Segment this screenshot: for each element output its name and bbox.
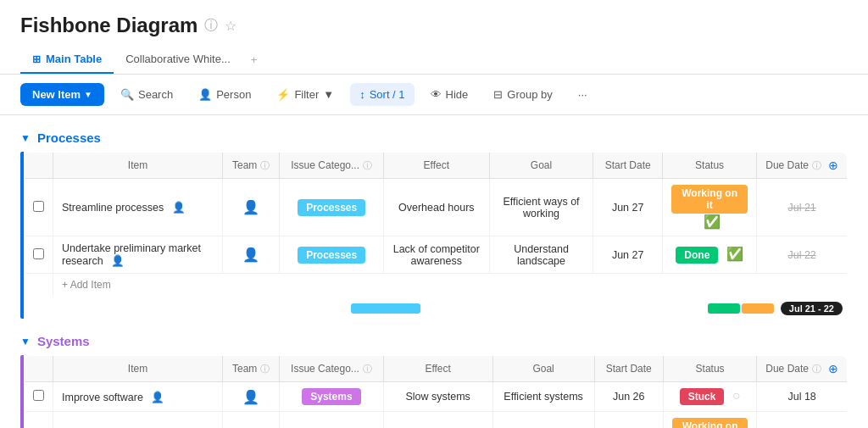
processes-table: Item Team ⓘ Issue Catego... ⓘ Effect xyxy=(24,152,848,297)
dropdown-arrow-icon: ▼ xyxy=(84,90,92,99)
status-cell[interactable]: Stuck ○ xyxy=(663,382,756,412)
tab-icon: ⊞ xyxy=(32,53,41,65)
item-text: Undertake preliminary market research xyxy=(62,242,201,267)
item-name-cell: Upgrade system partners 👤 xyxy=(53,412,223,429)
status-cell[interactable]: Working on it ✅ xyxy=(662,179,756,236)
col-goal-header: Goal xyxy=(492,356,594,382)
ellipsis-icon: ··· xyxy=(578,88,587,101)
table-row: Streamline processes 👤 👤 Processes Overh… xyxy=(25,179,848,236)
team-person-icon[interactable]: 👤 xyxy=(242,247,259,262)
item-text: Streamline processes xyxy=(62,202,164,214)
processes-toggle-icon[interactable]: ▼ xyxy=(20,132,31,144)
group-by-button[interactable]: ⊟ Group by xyxy=(484,83,561,106)
cat-info-icon: ⓘ xyxy=(363,159,372,172)
group-label: Group by xyxy=(507,88,552,101)
tab-main-table[interactable]: ⊞ Main Table xyxy=(20,46,114,74)
effect-cell: Lack of competitor awareness xyxy=(383,236,489,274)
status-cell[interactable]: Done ✅ xyxy=(662,236,756,274)
search-icon: 🔍 xyxy=(120,88,134,101)
table-row: Upgrade system partners 👤 👤 Systems Poor… xyxy=(25,412,848,429)
tab-add[interactable]: + xyxy=(242,47,266,73)
category-cell[interactable]: Processes xyxy=(280,236,384,274)
person-assign-icon[interactable]: 👤 xyxy=(172,202,186,214)
goal-cell: Efficient ways of working xyxy=(489,179,593,236)
person-assign-icon[interactable]: 👤 xyxy=(151,392,164,403)
status-badge: Working on it xyxy=(671,185,748,214)
new-item-button[interactable]: New Item ▼ xyxy=(20,83,104,106)
team-info-icon: ⓘ xyxy=(260,159,270,172)
check-icon[interactable]: ○ xyxy=(732,388,741,403)
team-person-icon[interactable]: 👤 xyxy=(242,200,259,214)
processes-group-title[interactable]: Processes xyxy=(37,131,101,145)
col-category-header: Issue Catego... ⓘ xyxy=(280,356,383,382)
col-team-header: Team ⓘ xyxy=(223,153,280,179)
main-content: ▼ Processes Item xyxy=(0,115,868,428)
row-checkbox[interactable] xyxy=(25,236,53,274)
cat-info-icon2: ⓘ xyxy=(363,363,372,375)
person-label: Person xyxy=(216,88,251,101)
page-title: Fishbone Diagram xyxy=(20,14,198,37)
goal-cell: Efficient systems xyxy=(492,382,594,412)
person-assign-icon[interactable]: 👤 xyxy=(111,255,125,267)
add-item-cell[interactable]: + Add Item xyxy=(53,274,848,297)
table-row: Undertake preliminary market research 👤 … xyxy=(25,236,848,274)
table-row: Improve software 👤 👤 Systems Slow system… xyxy=(25,382,848,412)
person-button[interactable]: 👤 Person xyxy=(189,83,260,106)
category-badge: Processes xyxy=(298,247,365,264)
team-cell: 👤 xyxy=(223,412,280,429)
due-info-icon: ⓘ xyxy=(812,159,821,172)
start-date-cell: Jun 27 xyxy=(593,236,663,274)
status-badge: Stuck xyxy=(680,388,725,405)
effect-cell: Overhead hours xyxy=(383,179,489,236)
tabs-bar: ⊞ Main Table Collaborative White... + xyxy=(20,46,848,74)
tab-collab-white[interactable]: Collaborative White... xyxy=(114,46,242,74)
systems-toggle-icon[interactable]: ▼ xyxy=(20,336,31,347)
row-checkbox[interactable] xyxy=(25,382,53,412)
systems-table: Item Team ⓘ Issue Catego... ⓘ Effect xyxy=(24,355,848,428)
row-checkbox[interactable] xyxy=(25,179,53,236)
filter-button[interactable]: ⚡ Filter ▼ xyxy=(267,83,343,106)
sort-button[interactable]: ↕ Sort / 1 xyxy=(350,83,414,106)
row-checkbox[interactable] xyxy=(25,412,53,429)
filter-dropdown-icon: ▼ xyxy=(323,88,334,101)
category-cell[interactable]: Systems xyxy=(280,382,383,412)
status-cell[interactable]: Working on it ○ xyxy=(663,412,756,429)
col-item-header: Item xyxy=(53,356,223,382)
info-icon[interactable]: ⓘ xyxy=(204,17,218,35)
item-name-cell: Improve software 👤 xyxy=(53,382,223,412)
toolbar: New Item ▼ 🔍 Search 👤 Person ⚡ Filter ▼ … xyxy=(0,75,868,115)
goal-cell: Ongoing partnership xyxy=(492,412,594,429)
status-badge: Done xyxy=(676,247,718,264)
team-cell: 👤 xyxy=(223,236,280,274)
team-person-icon[interactable]: 👤 xyxy=(242,390,259,404)
due-plus-icon2[interactable]: ⊕ xyxy=(828,362,838,375)
tab-label: Main Table xyxy=(46,53,102,65)
start-date-cell: Jun 20 xyxy=(594,412,663,429)
star-icon[interactable]: ☆ xyxy=(225,18,236,34)
due-date-cell: Jul 24 xyxy=(757,412,848,429)
due-plus-icon[interactable]: ⊕ xyxy=(828,158,838,172)
add-item-label[interactable]: + Add Item xyxy=(62,279,111,291)
page-wrapper: Fishbone Diagram ⓘ ☆ ⊞ Main Table Collab… xyxy=(0,0,868,428)
filter-icon: ⚡ xyxy=(276,88,290,101)
more-options-button[interactable]: ··· xyxy=(569,83,597,106)
due-date-cell: Jul 21 xyxy=(757,179,848,236)
category-cell[interactable]: Systems xyxy=(280,412,383,429)
due-info-icon2: ⓘ xyxy=(812,363,821,375)
systems-group-title[interactable]: Systems xyxy=(37,334,90,348)
search-label: Search xyxy=(138,88,173,101)
effect-cell: Slow systems xyxy=(383,382,492,412)
hide-button[interactable]: 👁 Hide xyxy=(421,83,478,106)
due-date-cell: Jul 18 xyxy=(757,382,848,412)
processes-summary-row: Jul 21 - 22 xyxy=(24,298,848,319)
check-icon[interactable]: ✅ xyxy=(704,214,721,229)
due-date-cell: Jul 22 xyxy=(757,236,848,274)
category-cell[interactable]: Processes xyxy=(280,179,384,236)
category-badge: Systems xyxy=(302,388,360,405)
col-check xyxy=(25,153,53,179)
team-cell: 👤 xyxy=(223,179,280,236)
group-icon: ⊟ xyxy=(493,88,503,101)
col-status-header: Status xyxy=(663,356,756,382)
check-icon[interactable]: ✅ xyxy=(726,247,743,261)
search-button[interactable]: 🔍 Search xyxy=(111,83,182,106)
